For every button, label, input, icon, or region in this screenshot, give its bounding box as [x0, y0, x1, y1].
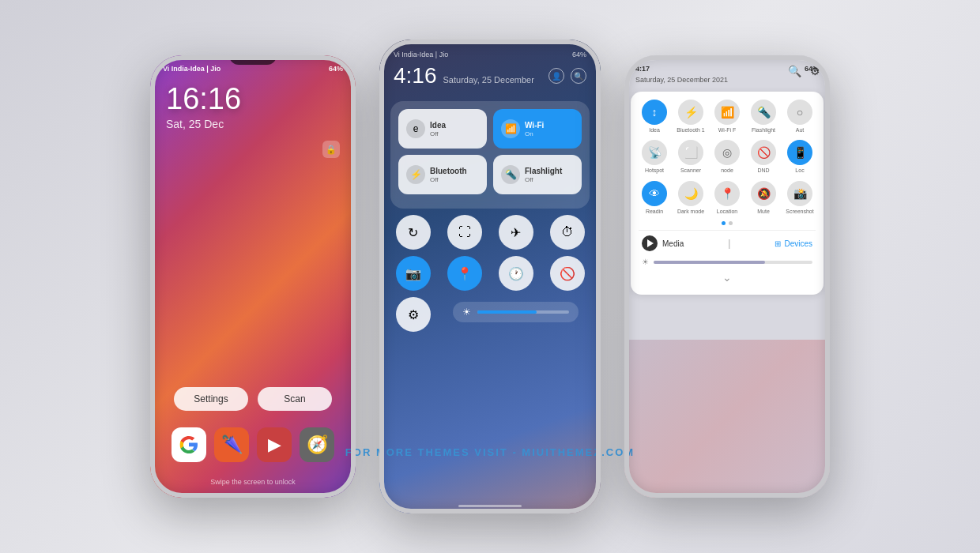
notif-flashlight[interactable]: 🔦 Flashlight: [748, 100, 779, 134]
icon-grid-1: ↻ ⛶ ✈ ⏱: [390, 215, 590, 250]
scanner-notif-icon: ⬜: [678, 140, 703, 165]
phone1-date: Sat, 25 Dec: [150, 118, 356, 138]
notif-reading[interactable]: 👁 Readin: [639, 181, 670, 215]
user-icon[interactable]: 👤: [548, 68, 564, 84]
flashlight-toggle[interactable]: 🔦 Flashlight Off: [493, 155, 582, 194]
fullscreen-btn[interactable]: ⛶: [447, 215, 482, 250]
scan-button[interactable]: Scan: [258, 387, 332, 411]
page-dots: [639, 221, 816, 225]
idea-icon: e: [406, 119, 425, 138]
notif-darkmode[interactable]: 🌙 Dark mode: [675, 181, 707, 215]
wifi-notif-icon: 📶: [714, 100, 740, 125]
notif-auto[interactable]: ○ Aut: [784, 100, 816, 134]
location-notif-label: Location: [717, 209, 737, 215]
phone3-screen: 4:17 64% 🔍 ⚙ Saturday, 25 December 2021 …: [624, 55, 830, 498]
phone2-date: Saturday, 25 December: [443, 75, 534, 85]
notif-loc[interactable]: 📱 Loc: [784, 140, 816, 174]
darkmode-notif-icon: 🌙: [678, 181, 703, 206]
media-label: Media: [662, 239, 684, 248]
bluetooth-toggle[interactable]: ⚡ Bluetooth Off: [398, 155, 487, 194]
phone2-battery: 64%: [572, 51, 586, 58]
media-left: Media: [642, 235, 684, 251]
notif-hotspot[interactable]: 📡 Hotspot: [639, 140, 670, 174]
chevron-down-icon[interactable]: ⌄: [639, 268, 816, 287]
flashlight-icon: 🔦: [501, 165, 520, 184]
notif-wifi[interactable]: 📶 Wi-Fi F: [711, 100, 743, 134]
phone3-gear-icon[interactable]: ⚙: [810, 65, 820, 77]
flashlight-notif-icon: 🔦: [751, 100, 776, 125]
camera-btn[interactable]: 📷: [396, 256, 431, 291]
notif-row-3: 👁 Readin 🌙 Dark mode 📍 Location 🔕 Mute: [639, 181, 816, 215]
settings-btn[interactable]: ⚙: [396, 297, 431, 332]
reading-notif-label: Readin: [646, 209, 663, 215]
block-btn[interactable]: 🚫: [550, 256, 585, 291]
wifi-toggle[interactable]: 📶 Wi-Fi On: [493, 109, 582, 149]
auto-notif-label: Aut: [796, 127, 805, 134]
home-bar: [458, 505, 522, 507]
weather-app-icon[interactable]: 🌂: [214, 427, 249, 462]
mute-notif-label: Mute: [757, 209, 770, 215]
airplane-btn[interactable]: ✈: [499, 215, 533, 250]
bluetooth-notif-icon: ⚡: [678, 100, 703, 125]
lock-icon: 🔒: [322, 141, 340, 158]
control-panel: e Idea Off 📶 Wi-Fi On: [390, 101, 590, 209]
idea-toggle[interactable]: e Idea Off: [398, 109, 487, 149]
wifi-label: Wi-Fi: [525, 121, 544, 130]
timer-btn[interactable]: ⏱: [550, 215, 585, 250]
notif-screenshot[interactable]: 📸 Screenshot: [784, 181, 816, 215]
idea-notif-label: Idea: [649, 127, 660, 134]
notif-bluetooth[interactable]: ⚡ Bluetooth 1: [675, 100, 707, 134]
notif-row-2: 📡 Hotspot ⬜ Scanner ◎ node 🚫 DND: [639, 140, 816, 174]
notif-row-1: ↕ Idea ⚡ Bluetooth 1 📶 Wi-Fi F 🔦 Flashli…: [639, 100, 816, 134]
notif-dnd[interactable]: 🚫 DND: [748, 140, 779, 174]
phone1-swipe-hint: Swipe the screen to unlock: [210, 478, 296, 486]
brightness-slider[interactable]: ☀: [453, 302, 579, 322]
brightness-bar2: [654, 261, 812, 264]
phone2-screen: Vi India-Idea | Jio 64% 4:16 Saturday, 2…: [379, 40, 601, 514]
icon-grid-3: ⚙ ☀: [390, 297, 590, 332]
media-row: Media | ⊞ Devices: [639, 230, 816, 256]
screenshot-notif-label: Screenshot: [786, 209, 813, 215]
idea-status: Off: [430, 130, 446, 137]
notif-mute[interactable]: 🔕 Mute: [748, 181, 779, 215]
darkmode-notif-label: Dark mode: [677, 209, 704, 215]
settings-button[interactable]: Settings: [174, 387, 248, 411]
notif-mode[interactable]: ◎ node: [711, 140, 743, 174]
control-row-1: e Idea Off 📶 Wi-Fi On: [398, 109, 582, 149]
phone3-date: Saturday, 25 December 2021: [624, 76, 830, 88]
notif-scanner[interactable]: ⬜ Scanner: [675, 140, 707, 174]
idea-label: Idea: [430, 121, 446, 130]
reading-notif-icon: 👁: [642, 181, 667, 206]
phone1-app-dock: 🌂 ▶ 🧭: [172, 427, 334, 462]
scene: Vi India-Idea | Jio 64% 16:16 Sat, 25 De…: [0, 0, 980, 553]
location-btn[interactable]: 📍: [447, 256, 482, 291]
wifi-notif-label: Wi-Fi F: [718, 127, 737, 134]
phone3-search-icon[interactable]: 🔍: [788, 65, 801, 77]
brightness-row2: ☀: [639, 256, 816, 268]
rotate-btn[interactable]: ↻: [396, 215, 431, 250]
search-icon[interactable]: 🔍: [571, 68, 586, 84]
devices-button[interactable]: ⊞ Devices: [775, 239, 812, 248]
notif-location[interactable]: 📍 Location: [711, 181, 743, 215]
notif-idea[interactable]: ↕ Idea: [639, 100, 670, 134]
watermark: FOR MORE THEMES VISIT - MIUITHEMEZ.COM: [345, 446, 635, 458]
brightness-fill2: [654, 261, 765, 264]
store-app-icon[interactable]: ▶: [257, 427, 292, 462]
loc-notif-label: Loc: [795, 167, 804, 174]
phone1-notch: [229, 55, 277, 65]
phone1: Vi India-Idea | Jio 64% 16:16 Sat, 25 De…: [150, 55, 356, 498]
auto-notif-icon: ○: [787, 100, 812, 125]
brightness-sun-icon: ☀: [642, 258, 649, 266]
control-row-2: ⚡ Bluetooth Off 🔦 Flashlight Off: [398, 155, 582, 194]
clock-btn[interactable]: 🕐: [499, 256, 533, 291]
google-app-icon[interactable]: [172, 427, 206, 462]
hotspot-notif-label: Hotspot: [645, 167, 664, 174]
brightness-low-icon: ☀: [462, 307, 471, 318]
icon-grid-2: 📷 📍 🕐 🚫: [390, 256, 590, 291]
compass-app-icon[interactable]: 🧭: [300, 427, 334, 462]
phone2-status: Vi India-Idea | Jio 64%: [379, 40, 601, 62]
wifi-icon: 📶: [501, 119, 520, 138]
mode-notif-icon: ◎: [714, 140, 740, 165]
media-play-icon[interactable]: [642, 235, 658, 251]
flashlight-label: Flashlight: [525, 167, 562, 176]
